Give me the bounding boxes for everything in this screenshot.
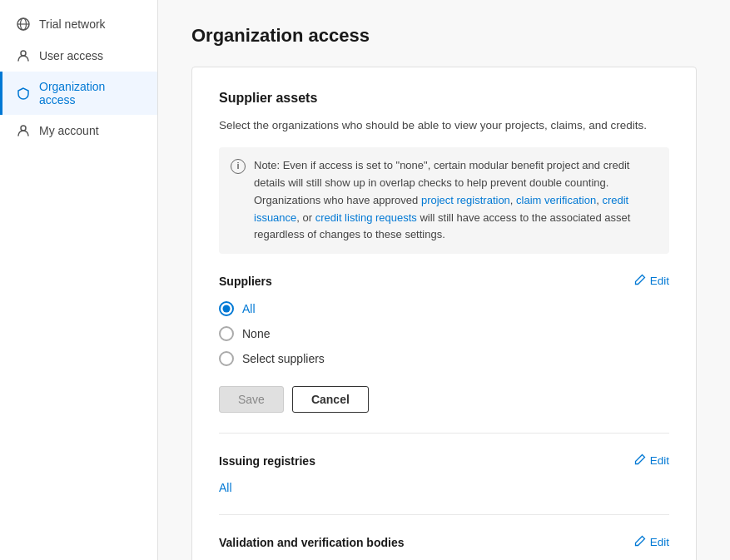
supplier-assets-title: Supplier assets xyxy=(219,91,669,106)
supplier-assets-section: Supplier assets Select the organizations… xyxy=(219,91,669,413)
main-content: Organization access Supplier assets Sele… xyxy=(158,0,730,560)
validation-bodies-edit-label: Edit xyxy=(650,536,669,548)
note-box: i Note: Even if access is set to "none",… xyxy=(219,147,669,254)
edit-pencil-icon-3 xyxy=(634,535,646,549)
divider-2 xyxy=(219,514,669,515)
radio-all-label: All xyxy=(242,302,256,315)
svg-point-3 xyxy=(21,51,26,56)
sidebar-item-my-account[interactable]: My account xyxy=(0,115,157,146)
sidebar-item-label: Trial network xyxy=(39,17,106,31)
suppliers-edit-label: Edit xyxy=(650,275,669,287)
radio-select-suppliers[interactable]: Select suppliers xyxy=(219,351,669,366)
radio-select-label: Select suppliers xyxy=(242,352,325,365)
my-account-icon xyxy=(16,123,31,138)
svg-point-4 xyxy=(21,126,26,131)
validation-bodies-label: Validation and verification bodies xyxy=(219,536,405,549)
note-text: Note: Even if access is set to "none", c… xyxy=(254,157,658,244)
sidebar-item-organization-access[interactable]: Organization access xyxy=(0,72,157,115)
issuing-registries-label: Issuing registries xyxy=(219,454,315,468)
supplier-assets-description: Select the organizations who should be a… xyxy=(219,117,669,134)
radio-all[interactable]: All xyxy=(219,301,669,316)
edit-pencil-icon xyxy=(634,274,646,288)
main-card: Supplier assets Select the organizations… xyxy=(191,67,697,560)
radio-none-input[interactable] xyxy=(219,326,234,341)
sidebar-item-trial-network[interactable]: Trial network xyxy=(0,8,157,40)
sidebar-item-label: My account xyxy=(39,124,99,137)
sidebar-item-label: Organization access xyxy=(39,80,144,107)
organization-access-icon xyxy=(16,86,31,101)
sidebar-item-user-access[interactable]: User access xyxy=(0,40,157,72)
issuing-registries-edit-label: Edit xyxy=(650,454,669,467)
cancel-button[interactable]: Cancel xyxy=(292,386,369,413)
suppliers-row: Suppliers Edit xyxy=(219,274,669,288)
sidebar-item-label: User access xyxy=(39,49,103,62)
validation-bodies-row: Validation and verification bodies Edit xyxy=(219,535,669,549)
radio-select-input[interactable] xyxy=(219,351,234,366)
save-button[interactable]: Save xyxy=(219,386,284,413)
page-title: Organization access xyxy=(191,25,697,47)
user-access-icon xyxy=(16,48,31,63)
issuing-registries-section: Issuing registries Edit All xyxy=(219,453,669,494)
edit-pencil-icon-2 xyxy=(634,453,646,468)
divider-1 xyxy=(219,433,669,434)
radio-none[interactable]: None xyxy=(219,326,669,341)
validation-bodies-section: Validation and verification bodies Edit … xyxy=(219,535,669,560)
validation-bodies-edit-button[interactable]: Edit xyxy=(634,535,669,549)
suppliers-edit-button[interactable]: Edit xyxy=(634,274,669,288)
issuing-registries-edit-button[interactable]: Edit xyxy=(634,453,669,468)
sidebar: Trial network User access Organization a… xyxy=(0,0,158,560)
info-icon: i xyxy=(231,159,246,174)
radio-none-label: None xyxy=(242,327,270,340)
radio-group-suppliers: All None Select suppliers xyxy=(219,301,669,366)
suppliers-label: Suppliers xyxy=(219,275,272,288)
issuing-registries-row: Issuing registries Edit xyxy=(219,453,669,468)
action-buttons: Save Cancel xyxy=(219,386,669,413)
radio-all-input[interactable] xyxy=(219,301,234,316)
issuing-registries-value: All xyxy=(219,481,669,494)
trial-network-icon xyxy=(16,17,31,32)
